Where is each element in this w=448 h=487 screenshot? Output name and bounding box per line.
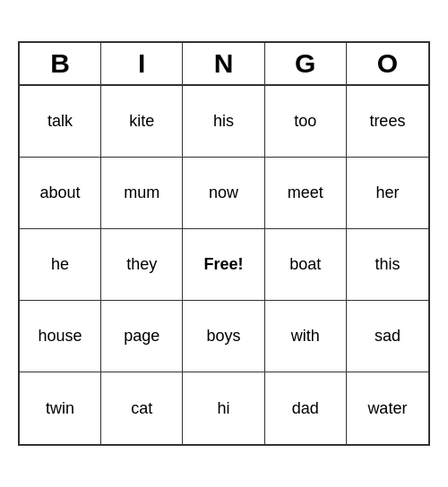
- header-letter-b: B: [20, 43, 101, 84]
- bingo-cell-3[interactable]: too: [265, 86, 347, 158]
- bingo-cell-18[interactable]: with: [265, 301, 347, 372]
- bingo-cell-1[interactable]: kite: [101, 86, 183, 158]
- bingo-cell-9[interactable]: her: [347, 158, 428, 229]
- bingo-cell-2[interactable]: his: [183, 86, 264, 158]
- header-letter-i: I: [101, 43, 183, 84]
- bingo-cell-14[interactable]: this: [347, 229, 428, 301]
- bingo-cell-16[interactable]: page: [101, 301, 183, 372]
- bingo-cell-11[interactable]: they: [101, 229, 183, 301]
- bingo-cell-13[interactable]: boat: [265, 229, 347, 301]
- bingo-cell-22[interactable]: hi: [183, 372, 264, 444]
- bingo-cell-6[interactable]: mum: [101, 158, 183, 229]
- bingo-header: BINGO: [20, 43, 428, 86]
- bingo-cell-23[interactable]: dad: [265, 372, 347, 444]
- bingo-cell-4[interactable]: trees: [347, 86, 428, 158]
- bingo-cell-20[interactable]: twin: [20, 372, 101, 444]
- bingo-cell-21[interactable]: cat: [101, 372, 183, 444]
- bingo-cell-24[interactable]: water: [347, 372, 428, 444]
- bingo-card: BINGO talkkitehistootreesaboutmumnowmeet…: [18, 41, 430, 446]
- header-letter-o: O: [347, 43, 428, 84]
- header-letter-n: N: [183, 43, 264, 84]
- bingo-cell-15[interactable]: house: [20, 301, 101, 372]
- bingo-cell-17[interactable]: boys: [183, 301, 264, 372]
- bingo-grid: talkkitehistootreesaboutmumnowmeetherhet…: [20, 86, 428, 444]
- header-letter-g: G: [265, 43, 347, 84]
- bingo-cell-10[interactable]: he: [20, 229, 101, 301]
- bingo-cell-19[interactable]: sad: [347, 301, 428, 372]
- bingo-cell-8[interactable]: meet: [265, 158, 347, 229]
- bingo-cell-7[interactable]: now: [183, 158, 264, 229]
- bingo-cell-0[interactable]: talk: [20, 86, 101, 158]
- bingo-cell-5[interactable]: about: [20, 158, 101, 229]
- bingo-cell-12[interactable]: Free!: [183, 229, 264, 301]
